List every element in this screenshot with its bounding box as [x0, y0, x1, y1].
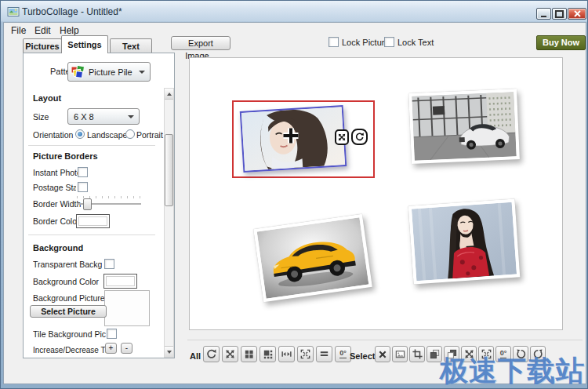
photo-red-dress-woman[interactable] [408, 198, 521, 284]
tile-background-checkbox[interactable] [107, 329, 117, 339]
minimize-icon [541, 16, 546, 17]
shuffle-positions-button[interactable] [222, 346, 238, 362]
menu-file[interactable]: File [9, 24, 28, 37]
delete-picture-button[interactable] [375, 346, 390, 362]
mosaic-icon [262, 348, 274, 360]
size-value: 6 X 8 [74, 112, 94, 122]
tab-settings[interactable]: Settings [61, 35, 108, 53]
border-color-label: Border Color [33, 216, 80, 226]
postage-stamp-checkbox[interactable] [78, 182, 88, 192]
sidebar-scrollbar[interactable] [164, 88, 174, 358]
background-picture-label: Background Picture [33, 293, 105, 303]
divider [28, 234, 155, 235]
resize-handle[interactable] [335, 129, 349, 145]
close-icon [574, 10, 581, 17]
orientation-label: Orientation [33, 130, 73, 140]
minimize-button[interactable] [536, 8, 551, 20]
site-watermark: 极速下载站 [440, 357, 585, 385]
buy-now-button[interactable]: Buy Now [536, 35, 586, 50]
landscape-radio[interactable] [75, 129, 85, 139]
decrease-tile-button[interactable]: - [121, 343, 132, 354]
move-cursor-icon [281, 125, 301, 147]
divider [28, 145, 155, 146]
scatter-arrows-icon [224, 348, 236, 360]
toolbar-all-group: 0° [203, 346, 351, 362]
portrait-label: Portrait [136, 130, 163, 140]
portrait-radio[interactable] [125, 129, 135, 139]
tab-pictures[interactable]: Pictures [23, 38, 62, 53]
mosaic-layout-button[interactable] [260, 346, 276, 362]
triangle-down-icon [167, 351, 172, 354]
pattern-value: Picture Pile [89, 67, 132, 77]
instant-photo-checkbox[interactable] [78, 167, 88, 177]
rotate-handle[interactable] [351, 129, 368, 145]
scrollbar-thumb[interactable] [165, 134, 173, 206]
instant-photo-label: Instant Photo [33, 168, 82, 177]
maximize-icon [555, 10, 564, 18]
size-label: Size [33, 112, 49, 122]
transparent-background-label: Transparent Background [33, 260, 102, 269]
fit-pictures-button[interactable] [297, 346, 314, 362]
lock-text-checkbox[interactable] [384, 37, 394, 47]
picture-icon [394, 348, 406, 360]
tile-size-label: Increase/Decrease Tile [33, 346, 106, 354]
rotate-arrow-icon [354, 132, 365, 142]
size-dropdown[interactable]: 6 X 8 [67, 108, 140, 125]
scroll-up-button[interactable] [165, 89, 173, 100]
lock-text-label: Lock Text [397, 38, 434, 47]
border-width-slider[interactable] [77, 196, 141, 209]
menu-edit[interactable]: Edit [32, 24, 53, 37]
settings-panel: Pattern Picture Pile Layout Size 6 X 8 O… [23, 53, 175, 358]
maximize-button[interactable] [552, 8, 567, 20]
background-header: Background [33, 243, 83, 253]
photo-yellow-car[interactable] [253, 214, 372, 303]
app-window: TurboCollage - Untitled* File Edit Help … [0, 0, 588, 389]
border-color-swatch[interactable] [76, 214, 110, 228]
background-color-swatch[interactable] [103, 274, 137, 289]
postage-stamp-label: Postage Stamp [33, 183, 76, 192]
change-picture-button[interactable] [392, 346, 408, 362]
zero-degrees-label: 0° [339, 350, 347, 358]
grid-layout-button[interactable] [241, 346, 257, 362]
chevron-down-icon [128, 115, 134, 118]
tile-background-label: Tile Background Picture [33, 329, 106, 339]
equal-size-button[interactable] [316, 346, 332, 362]
triangle-up-icon [167, 93, 172, 96]
picture-pile-icon [71, 65, 85, 79]
expand-spacing-button[interactable] [278, 346, 295, 362]
toolbar-all-label: All [190, 351, 201, 361]
lock-pictures-checkbox[interactable] [328, 37, 339, 47]
resize-arrows-icon [337, 133, 347, 142]
shuffle-rotation-button[interactable] [203, 346, 220, 362]
export-image-button[interactable]: Export Image... [171, 36, 230, 50]
crop-picture-button[interactable] [409, 346, 425, 362]
select-picture-button[interactable]: Select Picture [30, 305, 107, 318]
fit-brackets-icon [299, 348, 311, 360]
window-title: TurboCollage - Untitled* [22, 6, 122, 17]
background-color-label: Background Color [33, 277, 99, 286]
app-icon [7, 5, 20, 18]
slider-thumb[interactable] [83, 198, 92, 210]
delete-x-icon [377, 349, 388, 360]
picture-borders-header: Picture Borders [33, 151, 98, 161]
scroll-down-button[interactable] [165, 346, 173, 357]
toolbar-divider [187, 340, 583, 340]
rotate-circle-icon [205, 348, 217, 360]
transparent-background-checkbox[interactable] [104, 259, 114, 269]
reset-rotation-button[interactable]: 0° [335, 346, 351, 362]
tab-text[interactable]: Text [110, 38, 152, 53]
bring-forward-icon [429, 348, 441, 360]
landscape-label: Landscape [87, 130, 127, 140]
border-width-label: Border Width [33, 199, 81, 209]
close-button[interactable] [568, 8, 586, 20]
layout-header: Layout [33, 93, 61, 103]
pattern-dropdown[interactable]: Picture Pile [67, 62, 151, 82]
grid-icon [243, 348, 255, 360]
increase-tile-button[interactable]: + [105, 343, 117, 354]
crop-icon [412, 348, 423, 360]
chevron-down-icon [139, 71, 145, 74]
photo-white-car[interactable] [408, 89, 520, 164]
background-picture-preview [104, 290, 150, 326]
equals-icon [318, 348, 330, 360]
expand-arrows-icon [281, 348, 292, 360]
